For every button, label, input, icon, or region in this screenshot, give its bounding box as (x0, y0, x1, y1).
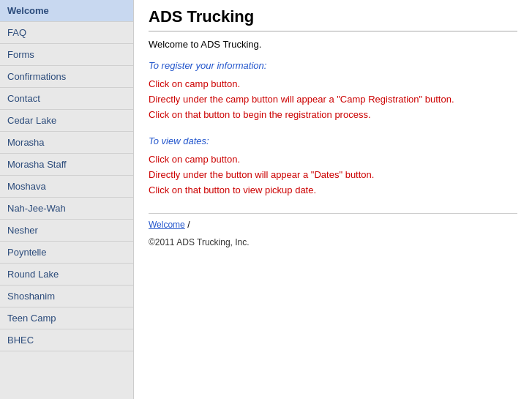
sidebar-item-morasha[interactable]: Morasha (0, 132, 133, 154)
dates-line: Click on that button to view pickup date… (149, 183, 517, 198)
welcome-text: Welcome to ADS Trucking. (149, 39, 517, 50)
sidebar: WelcomeFAQFormsConfirmationsContactCedar… (0, 0, 134, 399)
dates-lines: Click on camp button.Directly under the … (149, 152, 517, 198)
register-title: To register your information: (149, 60, 517, 71)
sidebar-item-confirmations[interactable]: Confirmations (0, 66, 133, 88)
main-content: ADS Trucking Welcome to ADS Trucking. To… (134, 0, 532, 399)
footer-text: ©2011 ADS Trucking, Inc. (149, 237, 517, 247)
dates-line: Click on camp button. (149, 152, 517, 168)
sidebar-item-morasha-staff[interactable]: Morasha Staff (0, 154, 133, 176)
sidebar-item-nesher[interactable]: Nesher (0, 220, 133, 242)
breadcrumb: Welcome / (149, 213, 517, 230)
sidebar-item-faq[interactable]: FAQ (0, 22, 133, 44)
sidebar-item-cedar-lake[interactable]: Cedar Lake (0, 110, 133, 132)
register-section: To register your information: Click on c… (149, 60, 517, 122)
register-line: Click on camp button. (149, 77, 517, 92)
sidebar-item-forms[interactable]: Forms (0, 44, 133, 66)
register-line: Click on that button to begin the regist… (149, 108, 517, 123)
sidebar-item-poyntelle[interactable]: Poyntelle (0, 242, 133, 264)
sidebar-item-round-lake[interactable]: Round Lake (0, 264, 133, 286)
sidebar-item-teen-camp[interactable]: Teen Camp (0, 307, 133, 329)
sidebar-item-bhec[interactable]: BHEC (0, 329, 133, 351)
register-lines: Click on camp button.Directly under the … (149, 77, 517, 122)
sidebar-item-shoshanim[interactable]: Shoshanim (0, 286, 133, 307)
breadcrumb-separator: / (185, 220, 190, 230)
page-title: ADS Trucking (149, 7, 517, 31)
sidebar-item-welcome[interactable]: Welcome (0, 0, 133, 22)
register-line: Directly under the camp button will appe… (149, 92, 517, 108)
dates-title: To view dates: (149, 135, 517, 146)
sidebar-item-contact[interactable]: Contact (0, 88, 133, 110)
sidebar-item-nah-jee-wah[interactable]: Nah-Jee-Wah (0, 198, 133, 220)
dates-line: Directly under the button will appear a … (149, 168, 517, 183)
breadcrumb-link[interactable]: Welcome (149, 220, 185, 230)
dates-section: To view dates: Click on camp button.Dire… (149, 135, 517, 198)
sidebar-item-moshava[interactable]: Moshava (0, 176, 133, 198)
